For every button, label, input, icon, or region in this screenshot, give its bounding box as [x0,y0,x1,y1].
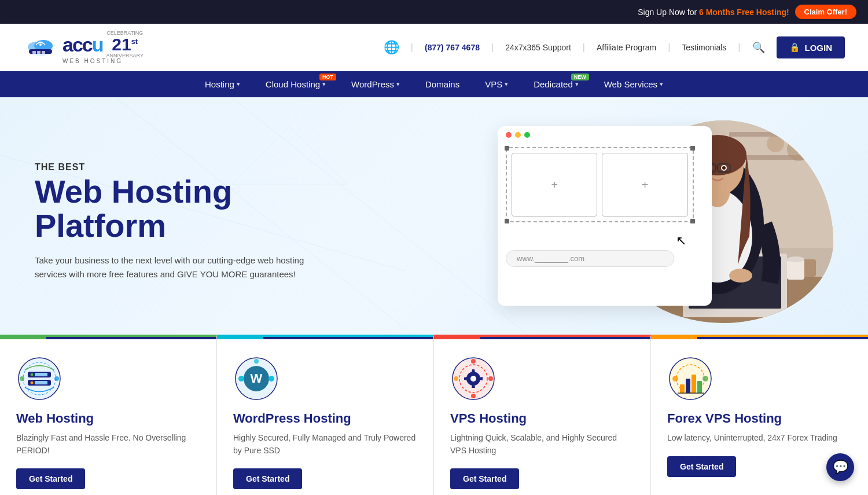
chat-bubble-button[interactable]: 💬 [826,453,854,481]
nav-hosting[interactable]: Hosting ▾ [192,71,253,97]
logo-name: accu [62,35,103,54]
svg-point-47 [54,376,59,381]
web-hosting-title: Web Hosting [16,411,200,426]
wordpress-title: WordPress Hosting [233,411,417,426]
web-hosting-desc: Blazingly Fast and Hassle Free. No Overs… [16,432,200,457]
browser-body: + + ↖ www.________.com [498,141,712,273]
chevron-down-icon: ▾ [660,80,663,88]
browser-frame: + + [506,147,694,222]
svg-rect-66 [692,375,696,393]
svg-text:W: W [251,371,263,386]
anniversary-badge: CELEBRATING 21st ANNIVERSARY [106,31,144,58]
login-label: LOGIN [805,43,833,53]
testimonials-link[interactable]: Testimonials [682,43,726,52]
web-hosting-icon [16,355,62,402]
web-hosting-btn[interactable]: Get Started [16,468,85,489]
logo-tagline: web hosting [62,58,144,64]
cards-section: Web Hosting Blazingly Fast and Hassle Fr… [0,335,868,495]
svg-point-52 [269,376,274,382]
svg-rect-64 [680,384,685,393]
forex-icon [667,355,713,402]
hero-description: Take your business to the next level wit… [35,254,312,281]
svg-point-46 [20,376,24,381]
svg-rect-44 [35,373,47,376]
banner-text: Sign Up Now for 6 Months Free Hosting! [638,8,789,17]
svg-rect-14 [729,132,833,137]
support-link[interactable]: 24x7x365 Support [505,43,571,52]
forex-desc: Low latency, Uninterrupted, 24x7 Forex T… [667,432,852,445]
chat-icon: 💬 [833,460,848,475]
svg-point-53 [254,359,259,364]
hot-badge: HOT [319,74,336,80]
web-hosting-card: Web Hosting Blazingly Fast and Hassle Fr… [0,335,217,495]
chevron-down-icon: ▾ [396,80,400,88]
browser-dot-red [506,132,512,138]
nav-domains[interactable]: Domains [413,71,472,97]
svg-point-61 [471,394,476,398]
svg-rect-45 [35,381,47,384]
url-bar[interactable]: www.________.com [506,250,674,267]
svg-point-37 [787,256,804,262]
top-banner: Sign Up Now for 6 Months Free Hosting! C… [0,0,868,24]
logo[interactable]: accu CELEBRATING 21st ANNIVERSARY web ho… [23,31,144,64]
banner-highlight: 6 Months Free Hosting! [699,8,789,17]
nav-cloud-hosting[interactable]: Cloud Hosting ▾ HOT [253,71,339,97]
vps-desc: Lightning Quick, Scalable, and Highly Se… [450,432,634,457]
card-top-bar [0,337,216,339]
hero-section: THE BEST Web Hosting Platform Take your … [0,97,868,335]
nav-dedicated[interactable]: Dedicated ▾ NEW [521,71,591,97]
globe-icon[interactable]: 🌐 [384,40,399,55]
svg-point-58 [471,359,476,364]
chevron-down-icon: ▾ [322,80,326,88]
svg-point-42 [31,373,34,376]
hero-pre-title: THE BEST [35,162,312,173]
svg-point-7 [39,43,42,46]
svg-point-35 [729,269,752,283]
main-nav: Hosting ▾ Cloud Hosting ▾ HOT WordPress … [0,71,868,97]
hero-visual: + + ↖ www.________.com [498,120,833,323]
login-button[interactable]: 🔒 LOGIN [777,36,845,58]
frame-corner-tr [690,146,695,151]
nav-wordpress[interactable]: WordPress ▾ [339,71,413,97]
browser-dot-green [524,132,530,138]
nav-vps[interactable]: VPS ▾ [472,71,521,97]
phone-link[interactable]: (877) 767 4678 [425,43,480,52]
wordpress-btn[interactable]: Get Started [233,468,302,489]
card-top-bar-wp [217,337,433,339]
chevron-down-icon: ▾ [575,80,579,88]
svg-point-51 [238,376,244,382]
cursor-area: ↖ [506,222,704,240]
svg-rect-4 [32,51,36,54]
banner-text-before: Sign Up Now for [638,8,699,17]
frame-inner-1: + [512,153,597,217]
svg-rect-67 [697,381,702,393]
card-top-bar-vps [434,337,650,339]
header-nav: 🌐 | (877) 767 4678 | 24x7x365 Support | … [384,36,845,58]
search-button[interactable]: 🔍 [752,41,765,54]
wordpress-icon: W [233,355,279,402]
nav-web-services[interactable]: Web Services ▾ [591,71,676,97]
frame-corner-tl [505,146,509,151]
affiliate-link[interactable]: Affiliate Program [597,43,656,52]
forex-title: Forex VPS Hosting [667,411,852,426]
svg-rect-36 [787,259,804,280]
vps-btn[interactable]: Get Started [450,468,519,489]
forex-btn[interactable]: Get Started [667,456,736,477]
svg-rect-6 [42,51,45,54]
hero-title-line1: Web Hosting [35,173,232,210]
svg-point-38 [19,358,60,399]
browser-mockup: + + ↖ www.________.com [498,126,712,306]
svg-point-57 [470,376,476,382]
svg-point-60 [454,376,458,381]
svg-point-16 [767,135,784,152]
svg-point-33 [722,166,726,170]
logo-text: accu CELEBRATING 21st ANNIVERSARY web ho… [62,31,144,64]
svg-point-59 [488,376,493,381]
claim-offer-button[interactable]: Claim Offer! [795,5,856,19]
hero-title-line2: Platform [35,207,166,244]
svg-point-69 [672,376,678,382]
cursor-icon: ↖ [676,233,686,248]
svg-rect-65 [686,379,690,393]
card-top-bar-forex [651,337,868,339]
hero-content: THE BEST Web Hosting Platform Take your … [35,162,312,281]
